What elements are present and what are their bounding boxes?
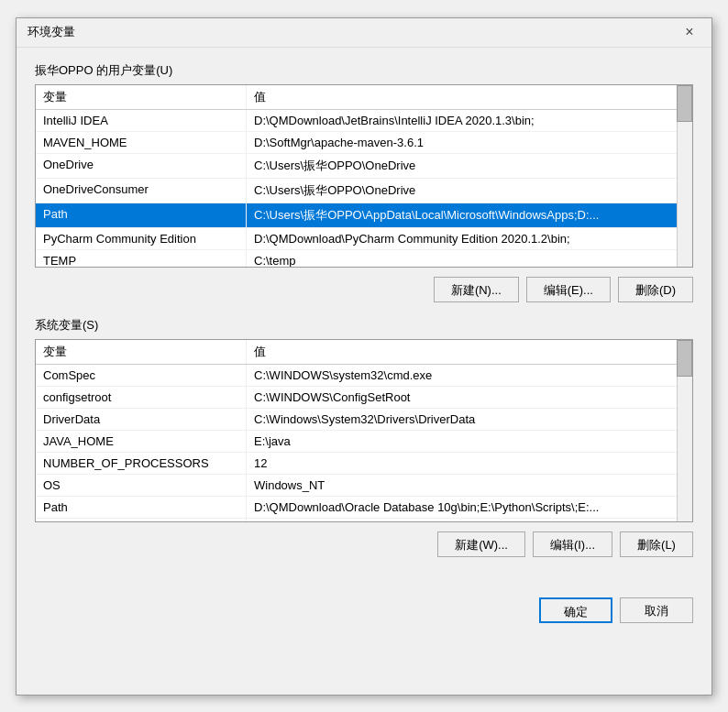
system-delete-button[interactable]: 删除(L) (620, 531, 693, 557)
user-row-var: Path (36, 203, 247, 227)
system-row-val: C:\Windows\System32\Drivers\DriverData (247, 409, 692, 430)
ok-button[interactable]: 确定 (539, 597, 612, 623)
user-row-val: C:\Users\振华OPPO\AppData\Local\Microsoft\… (247, 203, 692, 227)
user-buttons-row: 新建(N)... 编辑(E)... 删除(D) (35, 277, 693, 302)
user-table-row[interactable]: PyCharm Community Edition D:\QMDownload\… (36, 228, 692, 250)
user-table-header: 变量 值 (36, 85, 692, 110)
user-table-body: IntelliJ IDEA D:\QMDownload\JetBrains\In… (36, 110, 692, 267)
system-new-button[interactable]: 新建(W)... (437, 531, 525, 557)
system-row-val: COM;EXE;BAT;CMD;VBS;VBE;JS;JSE;WSF;WSH;M… (247, 519, 692, 521)
system-table-row[interactable]: ComSpec C:\WINDOWS\system32\cmd.exe (36, 365, 692, 387)
dialog-body: 振华OPPO 的用户变量(U) 变量 值 IntelliJ IDEA D:\QM… (17, 48, 711, 586)
user-new-button[interactable]: 新建(N)... (434, 277, 519, 302)
dialog-title: 环境变量 (28, 24, 75, 40)
system-row-val: C:\WINDOWS\ConfigSetRoot (247, 387, 692, 408)
user-row-val: D:\QMDownload\PyCharm Community Edition … (247, 228, 692, 249)
user-col-var-header: 变量 (36, 85, 247, 109)
user-row-val: D:\SoftMgr\apache-maven-3.6.1 (247, 132, 692, 153)
user-scrollbar[interactable] (677, 85, 692, 267)
system-table-row[interactable]: JAVA_HOME E:\java (36, 431, 692, 453)
user-row-val: C:\Users\振华OPPO\OneDrive (247, 154, 692, 178)
user-variables-table: 变量 值 IntelliJ IDEA D:\QMDownload\JetBrai… (35, 84, 693, 268)
user-edit-button[interactable]: 编辑(E)... (526, 277, 611, 302)
user-row-var: OneDriveConsumer (36, 179, 247, 203)
system-edit-button[interactable]: 编辑(I)... (533, 531, 612, 557)
title-bar: 环境变量 × (17, 18, 711, 48)
user-col-val-header: 值 (247, 85, 677, 109)
system-row-val: Windows_NT (247, 475, 692, 496)
user-section-label: 振华OPPO 的用户变量(U) (35, 62, 693, 79)
system-row-var: DriverData (36, 409, 247, 430)
user-section: 振华OPPO 的用户变量(U) 变量 值 IntelliJ IDEA D:\QM… (35, 62, 693, 268)
user-table-row[interactable]: Path C:\Users\振华OPPO\AppData\Local\Micro… (36, 203, 692, 228)
user-scrollbar-thumb[interactable] (677, 85, 692, 122)
system-row-var: ComSpec (36, 365, 247, 386)
system-buttons-row: 新建(W)... 编辑(I)... 删除(L) (35, 531, 693, 557)
user-delete-button[interactable]: 删除(D) (618, 277, 693, 302)
user-row-val: C:\Users\振华OPPO\OneDrive (247, 179, 692, 203)
system-table-row[interactable]: configsetroot C:\WINDOWS\ConfigSetRoot (36, 387, 692, 409)
system-scrollbar[interactable] (677, 340, 692, 521)
system-row-var: NUMBER_OF_PROCESSORS (36, 453, 247, 474)
system-table-row[interactable]: OS Windows_NT (36, 475, 692, 497)
cancel-button[interactable]: 取消 (620, 597, 693, 623)
system-col-var-header: 变量 (36, 340, 247, 364)
system-table-row[interactable]: Path D:\QMDownload\Oracle Database 10g\b… (36, 497, 692, 519)
user-row-var: IntelliJ IDEA (36, 110, 247, 131)
footer: 确定 取消 (17, 586, 711, 638)
system-row-var: configsetroot (36, 387, 247, 408)
system-variables-table: 变量 值 ComSpec C:\WINDOWS\system32\cmd.exe… (35, 339, 693, 522)
user-row-var: TEMP (36, 250, 247, 267)
user-row-var: OneDrive (36, 154, 247, 178)
system-table-header: 变量 值 (36, 340, 692, 365)
system-section: 系统变量(S) 变量 值 ComSpec C:\WINDOWS\system32… (35, 317, 693, 522)
user-row-var: PyCharm Community Edition (36, 228, 247, 249)
system-scrollbar-thumb[interactable] (677, 340, 692, 377)
system-table-row[interactable]: NUMBER_OF_PROCESSORS 12 (36, 453, 692, 475)
system-row-val: D:\QMDownload\Oracle Database 10g\bin;E:… (247, 497, 692, 518)
user-table-row[interactable]: OneDrive C:\Users\振华OPPO\OneDrive (36, 154, 692, 179)
system-row-var: PATHEXT (36, 519, 247, 521)
user-table-row[interactable]: MAVEN_HOME D:\SoftMgr\apache-maven-3.6.1 (36, 132, 692, 154)
user-table-row[interactable]: TEMP C:\temp (36, 250, 692, 267)
user-table-row[interactable]: IntelliJ IDEA D:\QMDownload\JetBrains\In… (36, 110, 692, 132)
user-table-row[interactable]: OneDriveConsumer C:\Users\振华OPPO\OneDriv… (36, 179, 692, 203)
system-table-row[interactable]: DriverData C:\Windows\System32\Drivers\D… (36, 409, 692, 431)
system-table-row[interactable]: PATHEXT COM;EXE;BAT;CMD;VBS;VBE;JS;JSE;W… (36, 519, 692, 521)
environment-variables-dialog: 环境变量 × 振华OPPO 的用户变量(U) 变量 值 IntelliJ IDE… (16, 17, 712, 696)
system-table-body: ComSpec C:\WINDOWS\system32\cmd.exe conf… (36, 365, 692, 521)
system-row-val: E:\java (247, 431, 692, 452)
system-row-var: Path (36, 497, 247, 518)
user-row-val: D:\QMDownload\JetBrains\IntelliJ IDEA 20… (247, 110, 692, 131)
system-row-val: C:\WINDOWS\system32\cmd.exe (247, 365, 692, 386)
system-row-val: 12 (247, 453, 692, 474)
system-section-label: 系统变量(S) (35, 317, 693, 334)
close-button[interactable]: × (678, 21, 700, 43)
system-row-var: JAVA_HOME (36, 431, 247, 452)
system-row-var: OS (36, 475, 247, 496)
system-col-val-header: 值 (247, 340, 677, 364)
user-row-var: MAVEN_HOME (36, 132, 247, 153)
user-row-val: C:\temp (247, 250, 692, 267)
